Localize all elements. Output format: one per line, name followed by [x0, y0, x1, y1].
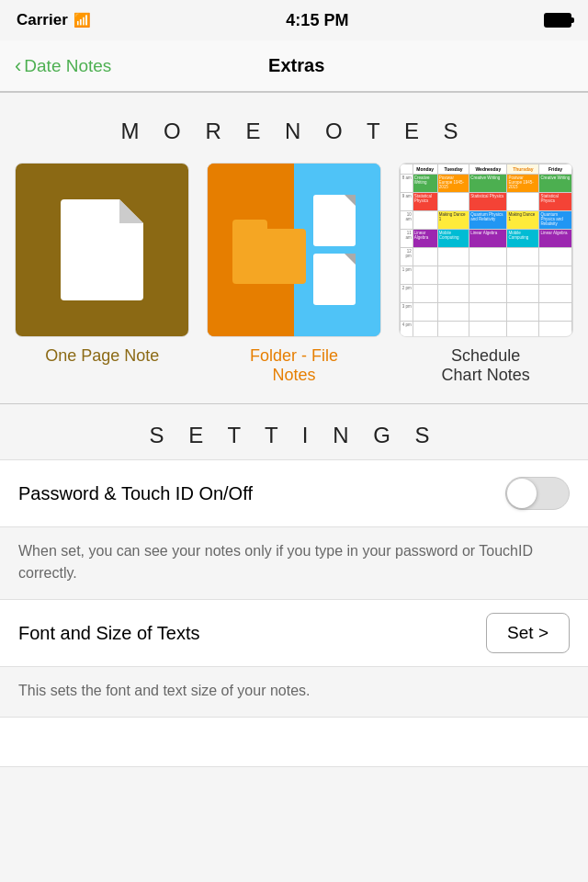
schedule-cell: Statistical Physics — [469, 193, 507, 211]
carrier-label: Carrier — [17, 11, 68, 29]
back-button[interactable]: ‹ Date Notes — [15, 54, 111, 78]
status-bar: Carrier 📶 4:15 PM — [0, 0, 588, 40]
password-toggle[interactable] — [505, 477, 570, 510]
more-notes-header: M O R E N O T E S — [0, 93, 588, 163]
schedule-chart-notes-card[interactable]: Monday Tuesday Wednesday Thursday Friday… — [399, 163, 573, 385]
back-chevron-icon: ‹ — [15, 54, 21, 78]
schedule-chart-notes-image: Monday Tuesday Wednesday Thursday Friday… — [399, 163, 573, 337]
schedule-header-wednesday: Wednesday — [469, 164, 507, 175]
schedule-header-friday: Friday — [539, 164, 571, 175]
folder-file-notes-card[interactable]: Folder - File Notes — [207, 163, 381, 385]
schedule-cell: Statistical Physics — [539, 193, 571, 211]
password-label: Password & Touch ID On/Off — [18, 483, 253, 504]
folder-file-notes-label: Folder - File Notes — [250, 346, 338, 385]
schedule-cell: Creative Writing — [413, 175, 437, 193]
folder-file-notes-image — [207, 163, 381, 337]
schedule-cell: Making Dance 1 — [437, 211, 469, 230]
schedule-cell: Postwar Europe 1945-2015 — [437, 175, 469, 193]
schedule-cell: Statistical Physics — [413, 193, 437, 211]
schedule-cell: Postwar Europe 1945-2015 — [507, 175, 539, 193]
back-label: Date Notes — [24, 56, 111, 76]
bottom-stub-row — [0, 717, 588, 767]
one-page-note-label: One Page Note — [45, 346, 159, 366]
status-time: 4:15 PM — [286, 11, 348, 30]
nav-bar: ‹ Date Notes Extras — [0, 40, 588, 92]
carrier-area: Carrier 📶 — [17, 11, 91, 29]
settings-header: S E T T I N G S — [0, 403, 588, 458]
one-page-note-image — [15, 163, 189, 337]
password-description: When set, you can see your notes only if… — [0, 527, 588, 597]
font-label: Font and Size of Texts — [18, 623, 200, 644]
schedule-cell: Linear Algebra — [539, 230, 571, 248]
schedule-cell: Mobile Computing — [507, 230, 539, 248]
schedule-chart-notes-label: Schedule Chart Notes — [442, 346, 530, 385]
one-page-note-card[interactable]: One Page Note — [15, 163, 189, 366]
schedule-header-tuesday: Tuesday — [437, 164, 469, 175]
schedule-cell: Quantum Physics and Relativity — [469, 211, 507, 230]
schedule-cell: Creative Writing — [539, 175, 571, 193]
font-setting-row: Font and Size of Texts Set > — [0, 599, 588, 667]
password-setting-row: Password & Touch ID On/Off — [0, 459, 588, 527]
schedule-cell: Making Dance 1 — [507, 211, 539, 230]
schedule-cell: Creative Writing — [469, 175, 507, 193]
font-set-button[interactable]: Set > — [486, 613, 570, 653]
page-title: Extras — [268, 55, 324, 76]
schedule-cell: Linear Algebra — [413, 230, 437, 248]
schedule-cell: Linear Algebra — [469, 230, 507, 248]
cards-row: One Page Note — [0, 163, 588, 403]
battery-icon — [544, 13, 571, 28]
schedule-header-thursday: Thursday — [507, 164, 539, 175]
wifi-icon: 📶 — [74, 12, 91, 28]
toggle-knob — [507, 479, 537, 508]
schedule-cell: Mobile Computing — [437, 230, 469, 248]
schedule-cell: Quantum Physics and Relativity — [539, 211, 571, 230]
font-description: This sets the font and text size of your… — [0, 667, 588, 715]
schedule-header-monday: Monday — [413, 164, 437, 175]
